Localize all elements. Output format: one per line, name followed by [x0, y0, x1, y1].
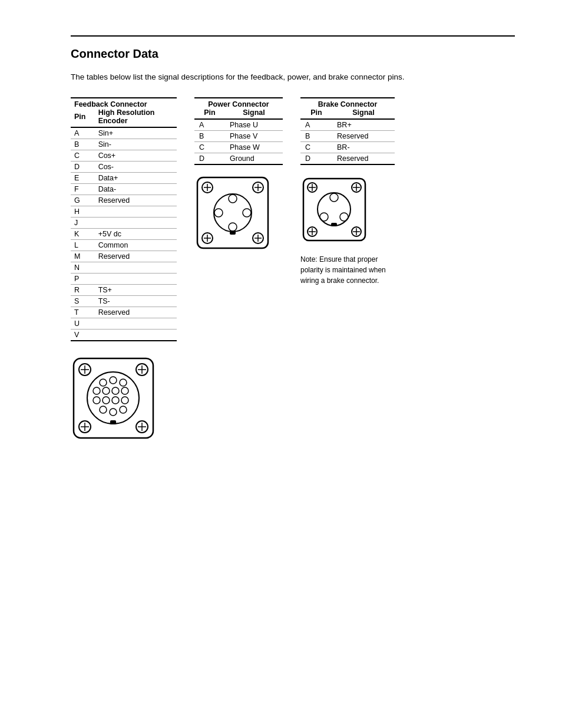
feedback-pin-cell: P	[71, 274, 95, 285]
brake-pin-cell: A	[300, 119, 332, 131]
section-title: Connector Data	[71, 47, 515, 61]
feedback-table-row: CCos+	[71, 150, 177, 162]
feedback-signal-cell: Cos-	[95, 162, 177, 173]
feedback-pin-header: Pin	[71, 108, 95, 127]
power-table-row: BPhase V	[194, 131, 283, 142]
power-pin-header: Pin	[194, 108, 225, 119]
brake-table-row: DReserved	[300, 153, 395, 165]
feedback-pin-cell: T	[71, 307, 95, 318]
power-pin-cell: B	[194, 131, 225, 142]
feedback-table-row: N	[71, 262, 177, 274]
brake-note: Note: Ensure that proper polarity is mai…	[300, 254, 395, 286]
brake-signal-cell: BR+	[332, 119, 395, 131]
power-signal-cell: Ground	[225, 153, 283, 165]
feedback-signal-cell	[95, 330, 177, 341]
power-signal-cell: Phase W	[225, 142, 283, 153]
feedback-pin-cell: B	[71, 139, 95, 150]
svg-point-55	[103, 387, 110, 394]
feedback-pin-cell: R	[71, 285, 95, 296]
feedback-table-row: H	[71, 206, 177, 218]
feedback-signal-cell: Data+	[95, 173, 177, 184]
feedback-table-row: MReserved	[71, 251, 177, 262]
brake-connector-svg	[300, 176, 368, 243]
svg-point-13	[214, 194, 252, 232]
feedback-encoder-header: High Resolution Encoder	[95, 108, 177, 127]
svg-point-58	[93, 397, 100, 404]
feedback-signal-cell: Data-	[95, 184, 177, 195]
feedback-table-title: Feedback Connector	[71, 98, 177, 108]
svg-point-60	[112, 397, 119, 404]
svg-point-57	[121, 387, 128, 394]
svg-rect-37	[74, 358, 153, 438]
svg-rect-0	[197, 177, 268, 248]
svg-rect-18	[230, 230, 236, 235]
svg-point-14	[229, 195, 237, 203]
feedback-signal-cell: Reserved	[95, 251, 177, 262]
feedback-diagram	[71, 355, 515, 441]
svg-point-15	[214, 209, 223, 217]
brake-table-row: BReserved	[300, 131, 395, 142]
feedback-signal-cell	[95, 206, 177, 218]
svg-point-54	[93, 387, 100, 394]
feedback-table-row: LCommon	[71, 240, 177, 251]
svg-rect-36	[331, 223, 337, 226]
feedback-pin-cell: E	[71, 173, 95, 184]
power-pin-cell: D	[194, 153, 225, 165]
feedback-table-row: BSin-	[71, 139, 177, 150]
feedback-pin-cell: F	[71, 184, 95, 195]
intro-text: The tables below list the signal descrip…	[71, 71, 515, 83]
feedback-table-row: TReserved	[71, 307, 177, 318]
feedback-signal-cell: +5V dc	[95, 229, 177, 240]
feedback-pin-cell: G	[71, 195, 95, 206]
brake-pin-cell: C	[300, 142, 332, 153]
feedback-pin-cell: J	[71, 218, 95, 229]
feedback-pin-cell: D	[71, 162, 95, 173]
feedback-signal-cell: TS+	[95, 285, 177, 296]
svg-point-16	[243, 209, 251, 217]
feedback-table: Feedback Connector Pin High Resolution E…	[71, 97, 177, 341]
feedback-table-row: STS-	[71, 296, 177, 307]
power-table-title: Power Connector	[194, 98, 283, 108]
feedback-signal-cell: Reserved	[95, 195, 177, 206]
top-rule	[71, 35, 515, 37]
svg-point-35	[340, 213, 348, 221]
svg-point-34	[320, 213, 328, 221]
svg-point-52	[110, 377, 117, 384]
feedback-table-row: ASin+	[71, 127, 177, 139]
feedback-table-row: U	[71, 318, 177, 330]
feedback-pin-cell: H	[71, 206, 95, 218]
power-connector-section: Power Connector Pin Signal APhase UBPhas…	[194, 97, 283, 251]
svg-point-56	[112, 387, 119, 394]
feedback-connector-svg	[71, 355, 156, 441]
feedback-signal-cell	[95, 318, 177, 330]
feedback-table-row: FData-	[71, 184, 177, 195]
power-signal-cell: Phase U	[225, 119, 283, 131]
feedback-table-row: EData+	[71, 173, 177, 184]
feedback-table-row: K+5V dc	[71, 229, 177, 240]
feedback-pin-cell: N	[71, 262, 95, 274]
feedback-table-row: J	[71, 218, 177, 229]
feedback-table-row: V	[71, 330, 177, 341]
power-pin-cell: A	[194, 119, 225, 131]
feedback-connector-section: Feedback Connector Pin High Resolution E…	[71, 97, 177, 341]
svg-point-63	[110, 409, 117, 416]
feedback-pin-cell: K	[71, 229, 95, 240]
brake-signal-header: Signal	[332, 108, 395, 119]
feedback-pin-cell: C	[71, 150, 95, 162]
tables-row: Feedback Connector Pin High Resolution E…	[71, 97, 515, 341]
power-connector-svg	[194, 174, 271, 251]
feedback-signal-cell	[95, 218, 177, 229]
brake-signal-cell: Reserved	[332, 131, 395, 142]
feedback-signal-cell: Sin-	[95, 139, 177, 150]
brake-signal-cell: Reserved	[332, 153, 395, 165]
page: Connector Data The tables below list the…	[0, 0, 562, 476]
feedback-table-row: P	[71, 274, 177, 285]
feedback-pin-cell: V	[71, 330, 95, 341]
power-table-row: DGround	[194, 153, 283, 165]
feedback-signal-cell: Common	[95, 240, 177, 251]
feedback-signal-cell: Reserved	[95, 307, 177, 318]
brake-table-row: ABR+	[300, 119, 395, 131]
power-pin-cell: C	[194, 142, 225, 153]
power-table-row: CPhase W	[194, 142, 283, 153]
svg-point-33	[330, 193, 338, 202]
